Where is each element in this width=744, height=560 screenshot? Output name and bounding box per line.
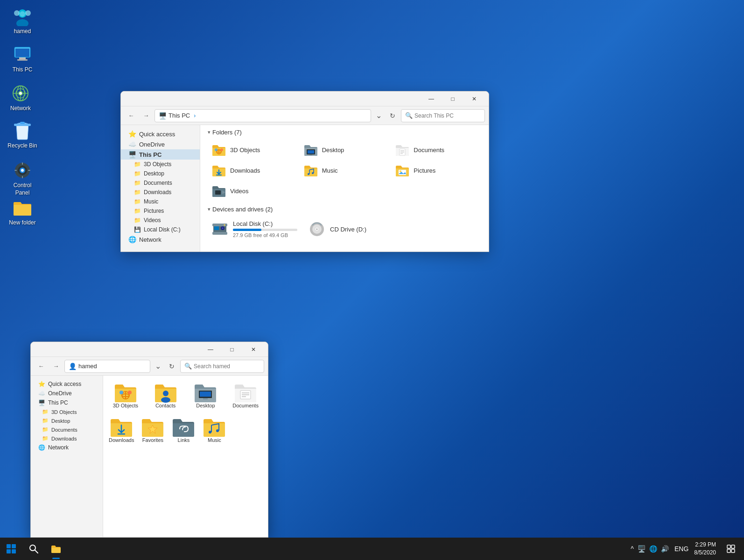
main-minimize-button[interactable]: —	[421, 91, 442, 106]
folders-section-header[interactable]: ▾ Folders (7)	[208, 129, 481, 136]
drives-section-header[interactable]: ▾ Devices and drives (2)	[208, 206, 481, 213]
secondary-desktop[interactable]: 📁 Desktop	[31, 416, 103, 425]
main-search-bar[interactable]: 🔍	[401, 109, 485, 122]
secondary-downloads[interactable]: 📁 Downloads	[31, 434, 103, 443]
local-disk-sidebar-icon: 💾	[134, 226, 141, 233]
secondary-forward-button[interactable]: →	[49, 360, 63, 373]
secondary-second-row: Downloads Favorites	[107, 414, 264, 446]
secondary-folder-music[interactable]: Music	[200, 414, 228, 446]
main-address-bar[interactable]: 🖥️ This PC ›	[154, 109, 371, 122]
desktop-icon-this-pc[interactable]: This PC	[4, 43, 41, 76]
desktop-icon-new-folder[interactable]: New folder	[4, 196, 41, 229]
secondary-maximize-button[interactable]: □	[221, 342, 243, 357]
tray-volume-icon[interactable]: 🔊	[661, 545, 669, 553]
main-close-button[interactable]: ✕	[463, 91, 485, 106]
folder-pictures[interactable]: Pictures	[391, 161, 481, 180]
folder-music-label: Music	[322, 167, 338, 174]
secondary-folder-desktop-label: Desktop	[196, 403, 215, 408]
sidebar-desktop[interactable]: 📁 Desktop	[121, 169, 200, 178]
drive-local-disk[interactable]: Local Disk (C:) 27.9 GB free of 49.4 GB	[208, 217, 301, 241]
secondary-music-label: Music	[208, 437, 221, 443]
taskbar-search-button[interactable]	[22, 538, 45, 560]
sidebar-quick-access[interactable]: ⭐ Quick access	[121, 129, 200, 139]
sidebar-onedrive[interactable]: ☁️ OneDrive	[121, 139, 200, 149]
svg-rect-45	[215, 190, 221, 195]
cd-drive-name: CD Drive (D:)	[330, 226, 394, 233]
secondary-onedrive[interactable]: ☁️ OneDrive	[31, 389, 103, 398]
secondary-folder-favorites[interactable]: Favorites	[139, 414, 167, 446]
secondary-address-dropdown[interactable]: ⌄	[152, 360, 163, 373]
folder-desktop[interactable]: Desktop	[300, 140, 390, 159]
secondary-3d-objects[interactable]: 📁 3D Objects	[31, 407, 103, 416]
taskbar-file-explorer-button[interactable]	[45, 538, 67, 560]
main-back-button[interactable]: ←	[125, 109, 138, 122]
secondary-this-pc[interactable]: 🖥️ This PC	[31, 398, 103, 407]
tray-chevron[interactable]: ^	[631, 545, 634, 553]
tray-lang[interactable]: ENG	[674, 545, 688, 553]
secondary-folder-downloads-row2[interactable]: Downloads	[107, 414, 136, 446]
sidebar-documents[interactable]: 📁 Documents	[121, 178, 200, 188]
main-sidebar: ⭐ Quick access ☁️ OneDrive 🖥️ This PC 📁 …	[121, 125, 200, 252]
secondary-documents[interactable]: 📁 Documents	[31, 425, 103, 434]
desktop-icon-network[interactable]: Network	[2, 82, 39, 114]
folder-3d-objects[interactable]: 3D Objects	[208, 140, 298, 159]
secondary-back-button[interactable]: ←	[35, 360, 48, 373]
drive-cd[interactable]: CD Drive (D:)	[305, 217, 398, 241]
main-forward-button[interactable]: →	[140, 109, 153, 122]
sidebar-music[interactable]: 📁 Music	[121, 197, 200, 206]
secondary-address-bar[interactable]: 👤 hamed	[64, 360, 150, 373]
secondary-close-button[interactable]: ✕	[243, 342, 264, 357]
start-button[interactable]	[0, 538, 22, 560]
secondary-search-bar[interactable]: 🔍	[180, 360, 264, 373]
sidebar-downloads[interactable]: 📁 Downloads	[121, 188, 200, 197]
folder-downloads[interactable]: Downloads	[208, 161, 298, 180]
secondary-folders-grid: 3D Objects Contacts	[107, 379, 264, 411]
folder-documents[interactable]: Documents	[391, 140, 481, 159]
main-refresh-button[interactable]: ↻	[386, 109, 399, 122]
secondary-links-label: Links	[178, 437, 190, 443]
main-maximize-button[interactable]: □	[442, 91, 463, 106]
secondary-quick-access[interactable]: ⭐ Quick access	[31, 379, 103, 389]
sidebar-pictures[interactable]: 📁 Pictures	[121, 206, 200, 216]
tray-clock[interactable]: 2:29 PM 8/5/2020	[690, 541, 720, 557]
desktop-icon-hamed[interactable]: hamed	[4, 5, 41, 37]
secondary-search-input[interactable]	[194, 363, 260, 370]
tray-globe-icon[interactable]: 🌐	[649, 545, 657, 553]
svg-point-53	[224, 224, 225, 226]
notification-center-button[interactable]	[722, 538, 740, 560]
secondary-folder-3d[interactable]: 3D Objects	[107, 379, 144, 411]
desktop-icon-recycle-bin[interactable]: Recycle Bin	[4, 119, 41, 152]
sidebar-this-pc[interactable]: 🖥️ This PC	[121, 149, 200, 160]
folder-desktop-icon	[303, 143, 318, 156]
secondary-folder-links[interactable]: Links	[169, 414, 197, 446]
main-window-body: ⭐ Quick access ☁️ OneDrive 🖥️ This PC 📁 …	[121, 125, 489, 252]
secondary-folder-contacts[interactable]: Contacts	[147, 379, 184, 411]
sidebar-network[interactable]: 🌐 Network	[121, 234, 200, 245]
onedrive-icon: ☁️	[128, 140, 136, 148]
secondary-folder-documents[interactable]: Documents	[227, 379, 264, 411]
secondary-refresh-button[interactable]: ↻	[165, 360, 178, 373]
svg-point-3	[14, 10, 20, 16]
tray-date: 8/5/2020	[694, 549, 716, 557]
svg-rect-84	[727, 549, 730, 553]
desktop-icon-control-panel[interactable]: Control Panel	[4, 159, 41, 198]
folder-music[interactable]: Music	[300, 161, 390, 180]
tray-network-icon[interactable]: 🖥️	[638, 545, 646, 553]
folder-videos[interactable]: Videos	[208, 182, 298, 200]
secondary-docs-folder-icon	[233, 382, 258, 403]
sidebar-local-disk[interactable]: 💾 Local Disk (C:)	[121, 225, 200, 234]
start-icon	[6, 544, 16, 554]
folder-pictures-icon	[395, 164, 410, 177]
main-address-dropdown[interactable]: ⌄	[373, 109, 384, 122]
sidebar-videos[interactable]: 📁 Videos	[121, 216, 200, 225]
file-explorer-taskbar-icon	[51, 544, 61, 553]
main-search-input[interactable]	[414, 112, 481, 119]
secondary-minimize-button[interactable]: —	[200, 342, 221, 357]
secondary-3d-icon: 📁	[42, 409, 49, 415]
secondary-folder-desktop[interactable]: Desktop	[187, 379, 225, 411]
svg-point-1	[20, 11, 25, 17]
secondary-network[interactable]: 🌐 Network	[31, 443, 103, 452]
folder-videos-icon	[211, 184, 226, 197]
sidebar-3d-objects[interactable]: 📁 3D Objects	[121, 160, 200, 169]
secondary-3d-folder-icon	[113, 382, 138, 403]
